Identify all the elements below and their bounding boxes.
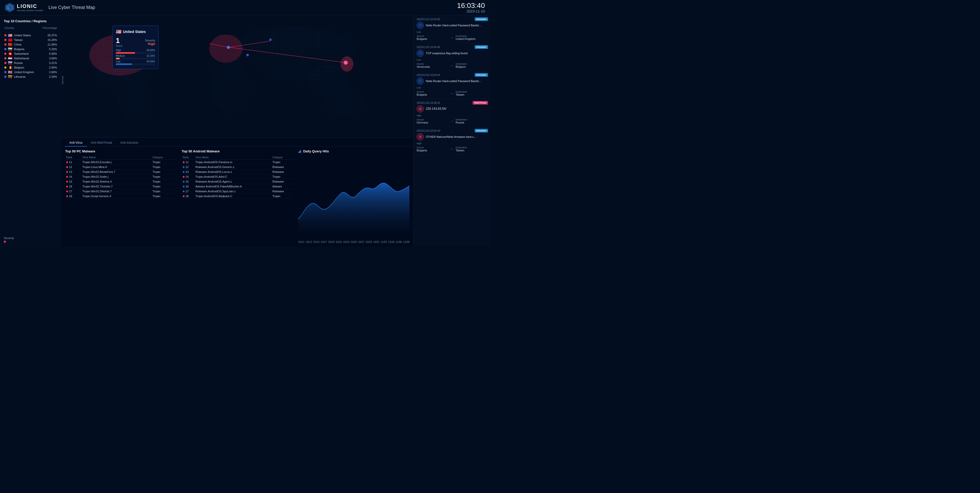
table-row: 11 Trojan.AndroidOS.Pandora.m Trojan — [182, 160, 293, 165]
table-row: 18 Trojan.AndroidOS.Badpack.C Trojan — [182, 194, 293, 199]
severity-dot — [66, 195, 68, 197]
top10-title: Top 10 Countries / Regions — [4, 19, 57, 23]
name-cell: Riskware.AndroidOS.SpyLoan.z — [194, 189, 272, 194]
name-cell: Trojan.Script.Generic.4 — [81, 194, 151, 199]
date-display: 2023-11-10 — [457, 9, 485, 13]
tooltip-rank: 1 — [116, 37, 123, 44]
name-cell: Trojan.Win32.BestaFera.7 — [81, 169, 151, 174]
event-icon — [417, 22, 424, 29]
source-label: Source — [417, 91, 448, 93]
logo-area: L LIONIC Security Solution Provider — [5, 3, 43, 12]
category-cell: Trojan — [151, 179, 177, 184]
table-header: RankVirus NameCategory — [182, 155, 293, 160]
logo-svg: L — [7, 5, 12, 10]
tab-anti-virus[interactable]: Anti-Virus — [65, 139, 87, 147]
severity-indicator — [4, 241, 57, 243]
severity-dot — [66, 171, 68, 173]
rank-cell: 14 — [65, 174, 81, 179]
tooltip-rank-block: 1 Rank — [116, 37, 123, 47]
tooltip-bar-row: Medium10.33% — [116, 54, 155, 59]
col-header: Rank — [182, 155, 194, 160]
tooltip-flag: 🇺🇸 — [116, 29, 121, 35]
event-icon — [417, 49, 424, 57]
dest-label: Destination — [456, 63, 487, 65]
rank-cell: 18 — [182, 194, 194, 199]
name-cell: Trojan.AndroidOS.Pandora.m — [194, 160, 272, 165]
country-dot — [4, 39, 6, 41]
page-title: Live Cyber Threat Map — [49, 5, 95, 10]
country-dot — [4, 62, 6, 64]
rank-cell: 16 — [65, 184, 81, 189]
logo-text: LIONIC Security Solution Provider — [17, 3, 43, 12]
rank-cell: 17 — [182, 189, 194, 194]
table-row: 17 Trojan.Win32.Shiotob.7 Trojan — [65, 189, 177, 194]
name-cell: Adware.AndroidOS.FakeAdBlocker.A — [194, 184, 272, 189]
dest-value: Taiwan — [456, 149, 487, 152]
pc-malware-section: Top 50 PC Malware RankVirus NameCategory… — [65, 149, 177, 244]
severity-label-text: Low — [417, 86, 421, 89]
svg-point-8 — [211, 61, 249, 113]
dest-label: Destination — [456, 118, 487, 121]
event-card: WebThreat 2023/11/10 16:09:31 220.143.83… — [414, 99, 490, 127]
category-cell: Trojan — [151, 189, 177, 194]
severity-dot — [66, 186, 68, 187]
chart-label: 11/04 — [388, 241, 395, 243]
tooltip-bar-row: Low40.99% — [116, 60, 155, 65]
android-malware-section: Top 50 Android Malware RankVirus NameCat… — [182, 149, 293, 244]
country-dot — [4, 71, 6, 73]
rank-cell: 12 — [182, 165, 194, 169]
rank-cell: 12 — [65, 165, 81, 169]
country-name: United Kingdom — [14, 70, 48, 73]
table-row: 12 Riskware.AndroidOS.Generic.z Riskware — [182, 165, 293, 169]
tabs-row: Anti-VirusAnti-WebThreatAnti-Intrusion — [61, 138, 413, 147]
country-pct: 2.29% — [49, 75, 57, 78]
event-title: TCP suspicious flag setting found — [426, 51, 487, 55]
tooltip-bar-track — [116, 58, 155, 59]
severity-dot — [4, 241, 6, 243]
chart-label: 10/13 — [306, 241, 312, 243]
chart-label: 10/29 — [366, 241, 372, 243]
svg-point-10 — [242, 26, 324, 56]
event-route: Source Bulgaria → Destination United Kin… — [417, 35, 487, 40]
country-row: 🇱🇹 Lithuania 2.29% — [4, 74, 57, 79]
tooltip-severity-block: Severity High — [145, 39, 155, 46]
tooltip-bars: High48.68% Medium10.33% Low40.99% — [116, 49, 155, 65]
col-country: Country — [4, 26, 14, 29]
event-route: Source Bulgaria → Destination Taiwan — [417, 91, 487, 96]
event-source: Source Bulgaria — [417, 91, 448, 96]
country-flag: 🇨🇳 — [8, 43, 13, 46]
country-name: Bulgaria — [14, 48, 48, 51]
col-header: Virus Name — [194, 155, 272, 160]
dest-label: Destination — [456, 35, 487, 37]
country-row: 🇨🇭 Switzerland 5.00% — [4, 51, 57, 56]
svg-point-22 — [269, 38, 272, 41]
severity-dot — [183, 171, 185, 173]
table-row: 16 Adware.AndroidOS.FakeAdBlocker.A Adwa… — [182, 184, 293, 189]
tooltip-rank-label: Rank — [116, 44, 123, 47]
chart-section: Daily Query Hits — [298, 149, 409, 244]
bottom-content: Top 50 PC Malware RankVirus NameCategory… — [61, 147, 413, 247]
rank-cell: 15 — [182, 179, 194, 184]
source-value: Bulgaria — [417, 149, 448, 152]
country-flag: 🇺🇸 — [8, 34, 13, 37]
dest-label: Destination — [456, 91, 487, 93]
severity-dot — [183, 166, 185, 168]
country-row: 🇬🇧 United Kingdom 2.60% — [4, 70, 57, 74]
android-malware-title: Top 50 Android Malware — [182, 149, 293, 153]
country-name: Russia — [14, 61, 48, 64]
name-cell: Trojan.Win32.Shelma.4 — [81, 179, 151, 184]
col-header: Category — [272, 155, 293, 160]
tooltip-header: 🇺🇸 United States — [116, 29, 155, 35]
event-badge: WebThreat — [473, 101, 488, 105]
country-table: 🇺🇸 United States 28.37% 🇹🇼 Taiwan 15.28%… — [4, 33, 57, 79]
table-row: 13 Riskware.AndroidOS.Locus.z Riskware — [182, 169, 293, 174]
country-row: 🇨🇳 China 11.06% — [4, 42, 57, 47]
tab-anti-intrusion[interactable]: Anti-Intrusion — [116, 139, 143, 147]
severity-label-text: High — [417, 114, 422, 117]
category-cell: Riskware — [272, 169, 293, 174]
rank-cell: 16 — [182, 184, 194, 189]
event-ip: 220.143.83.54/ — [426, 107, 446, 110]
tab-anti-webthreat[interactable]: Anti-WebThreat — [87, 139, 116, 147]
pc-malware-table: RankVirus NameCategory 11 Trojan.Win32.E… — [65, 155, 177, 199]
chart-label: 10/17 — [321, 241, 327, 243]
